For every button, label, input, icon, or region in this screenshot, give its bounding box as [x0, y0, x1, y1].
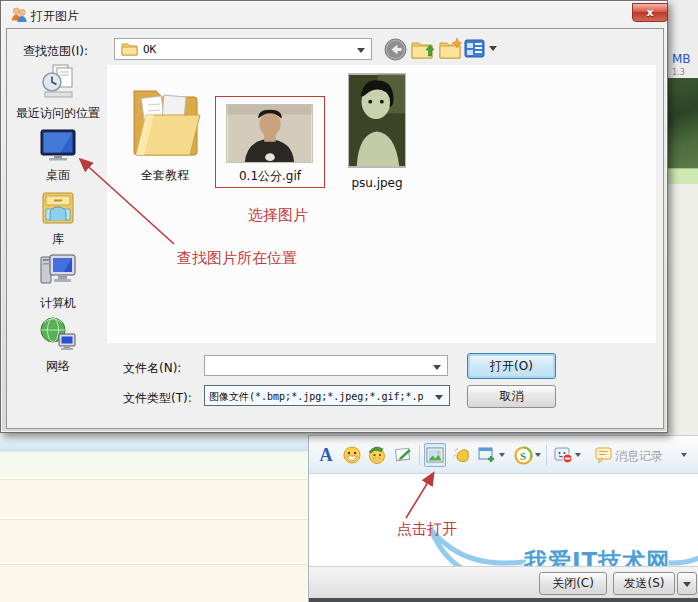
views-icon[interactable] [464, 39, 485, 58]
sidebar-item-label: 最近访问的位置 [9, 105, 107, 122]
lookin-combobox[interactable]: OK [114, 38, 372, 60]
font-icon[interactable]: A [315, 443, 337, 467]
open-button[interactable]: 打开(O) [467, 353, 556, 379]
sidebar-item-label: 网络 [9, 358, 107, 375]
close-dialog-button[interactable]: x [632, 3, 668, 22]
block-messages-caret-icon[interactable] [575, 453, 581, 460]
filetype-value: 图像文件(*.bmp;*.jpg;*.jpeg;*.gif;*.p [209, 390, 424, 404]
app-window-caret-icon[interactable] [499, 453, 505, 460]
svg-text:S: S [520, 449, 526, 461]
send-options-caret-icon[interactable] [677, 572, 697, 595]
lookin-value: OK [143, 43, 156, 56]
app-window-icon[interactable] [476, 443, 498, 467]
qq-show-caret-icon[interactable] [535, 453, 541, 460]
filetype-combobox[interactable]: 图像文件(*.bmp;*.jpg;*.jpeg;*.gif;*.p [204, 385, 450, 406]
computer-icon [39, 253, 77, 289]
gif-thumbnail[interactable] [226, 104, 313, 163]
recent-places-icon [39, 63, 77, 99]
folder-icon [121, 42, 138, 57]
sidebar-item-recent-places[interactable]: 最近访问的位置 [9, 63, 107, 122]
toolbar-separator [546, 445, 547, 465]
filename-caret-icon [433, 365, 441, 374]
places-sidebar: 最近访问的位置 桌面 库 [9, 63, 107, 363]
lookin-label: 查找范围(I): [23, 43, 88, 60]
open-image-dialog: 打开图片 x 查找范围(I): OK [0, 0, 668, 433]
new-folder-icon[interactable] [438, 37, 463, 61]
libraries-icon [40, 191, 76, 225]
chat-button-bar: 关闭(C) 发送(S) [309, 566, 698, 598]
filetype-label: 文件类型(T): [123, 390, 192, 407]
file-name-folder[interactable]: 全套教程 [121, 167, 209, 184]
desktop-icon [39, 129, 77, 161]
qq-app-icon [10, 6, 28, 24]
window-shake-icon[interactable] [451, 443, 473, 467]
filetype-caret-icon [435, 395, 443, 404]
chat-toolbar: A S [309, 436, 698, 474]
annotation-select-image: 选择图片 [248, 206, 308, 225]
chat-message-input[interactable] [309, 474, 698, 566]
filename-label: 文件名(N): [123, 360, 181, 377]
annotation-find-location: 查找图片所在位置 [177, 249, 297, 268]
send-button[interactable]: 发送(S) [613, 572, 675, 595]
background-window: MB 1.3 [668, 0, 698, 435]
message-history-label[interactable]: 消息记录 [615, 448, 663, 465]
background-panel [668, 184, 698, 435]
background-photo [668, 78, 698, 168]
annotation-click-open: 点击打开 [397, 520, 457, 539]
sidebar-item-label: 库 [9, 231, 107, 248]
up-folder-icon[interactable] [410, 37, 435, 61]
filename-input[interactable] [207, 358, 417, 373]
psu-thumbnail[interactable] [348, 73, 406, 168]
qq-show-icon[interactable]: S [512, 443, 534, 467]
chat-input-panel: A S [308, 435, 698, 602]
chat-history-panel [0, 433, 310, 602]
screen-capture-icon[interactable] [393, 443, 415, 467]
close-chat-button[interactable]: 关闭(C) [539, 572, 607, 595]
back-icon[interactable] [384, 38, 407, 61]
sidebar-item-network[interactable]: 网络 [9, 316, 107, 375]
lookin-caret-icon [357, 48, 365, 57]
window-bottom-edge [309, 598, 698, 602]
emoticon-icon[interactable] [341, 443, 363, 467]
sidebar-item-libraries[interactable]: 库 [9, 191, 107, 248]
file-item-folder[interactable] [128, 73, 202, 165]
sidebar-item-computer[interactable]: 计算机 [9, 253, 107, 312]
dialog-title: 打开图片 [31, 8, 79, 25]
sidebar-item-label: 桌面 [9, 167, 107, 184]
toolbar-separator [419, 445, 420, 465]
network-icon [39, 316, 77, 352]
filename-combobox[interactable] [204, 355, 448, 376]
file-name-psu[interactable]: psu.jpeg [341, 176, 413, 190]
screen: MB 1.3 A [0, 0, 698, 602]
file-name-gif[interactable]: 0.1公分.gif [215, 168, 325, 185]
send-image-icon[interactable] [424, 443, 446, 467]
chat-history-topbar [0, 435, 310, 452]
magic-emoticon-icon[interactable] [366, 443, 388, 467]
block-messages-icon[interactable] [552, 443, 574, 467]
dialog-titlebar[interactable]: 打开图片 x [1, 1, 667, 28]
sidebar-item-label: 计算机 [9, 295, 107, 312]
sidebar-item-desktop[interactable]: 桌面 [9, 129, 107, 184]
background-text: MB [672, 52, 691, 66]
views-caret-icon[interactable] [489, 46, 497, 55]
cancel-button[interactable]: 取消 [467, 385, 556, 408]
message-history-caret-icon[interactable] [681, 453, 687, 460]
background-small-text: 1.3 [672, 68, 685, 77]
background-green-bar [668, 168, 698, 184]
message-history-icon[interactable] [593, 443, 615, 467]
